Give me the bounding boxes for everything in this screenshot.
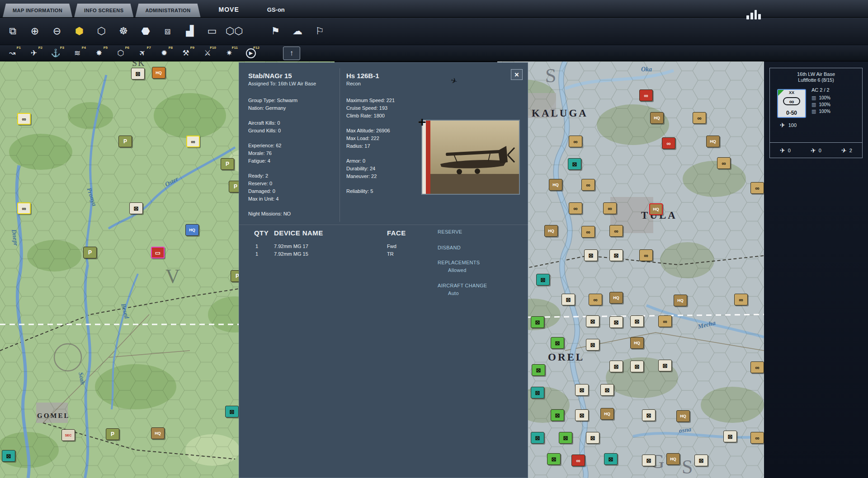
airbase-panel[interactable]: 16th LW Air Base Luftflotte 6 (8/15) XX … [769,68,863,158]
mode-label[interactable]: MOVE [219,6,239,13]
repair-icon[interactable]: ⚒F9 [177,47,194,60]
motorized-counter[interactable]: ∞ [603,202,617,214]
police-counter[interactable]: P [106,428,119,440]
flak-icon[interactable]: ✸F5 [90,47,108,60]
infantry-counter[interactable]: ⊠ [609,361,623,372]
red-armor-counter[interactable]: ∞ [662,137,675,149]
green-unit-counter[interactable]: ⊠ [559,432,572,444]
up-level-icon[interactable]: ↑ [283,47,300,60]
close-button[interactable]: ✕ [511,69,523,80]
police-counter[interactable]: P [83,247,97,258]
motorized-counter[interactable]: ∞ [569,202,582,214]
menu-tab-info-screens[interactable]: INFO SCREENS [74,4,133,17]
motorized-counter[interactable]: ∞ [569,136,582,147]
white-flag-icon[interactable]: ⚐ [311,22,329,41]
infantry-counter[interactable]: ⊠ [586,432,599,444]
infantry-counter[interactable]: ⊠ [586,339,599,351]
green-unit-counter[interactable]: ⊠ [547,453,561,465]
infantry-counter[interactable]: ⊠ [586,315,599,327]
flag-icon[interactable]: ⚑ [266,22,284,41]
motorized-counter[interactable]: ∞ [750,432,764,444]
device-row[interactable]: 17.92mm MG 15TR [254,250,396,258]
aircraft-change-action[interactable]: AIRCRAFT CHANGE [438,283,487,288]
hq-counter[interactable]: HQ [549,179,562,191]
motorized-counter[interactable]: ∞ [750,182,764,194]
green-unit-counter[interactable]: ⊠ [531,316,544,328]
teal-unit-counter[interactable]: ⊠ [604,453,618,465]
teal-unit-counter[interactable]: ⊠ [568,158,581,170]
column-chart-icon[interactable]: ▟ [181,22,199,41]
hq-counter-orange[interactable]: HQ [152,67,165,79]
infantry-counter[interactable]: ⊠ [658,360,672,371]
security-counter[interactable]: SEC [61,429,75,441]
motorized-counter[interactable]: ∞ [581,179,595,191]
air-recon-icon[interactable]: ✈F7 [134,47,151,60]
infantry-counter[interactable]: ⊠ [723,431,737,442]
frame-icon[interactable]: ▭ [203,22,221,41]
infantry-counter[interactable]: ⊠ [575,384,589,396]
motorized-counter[interactable]: ∞ [581,226,595,238]
hq-counter-alert[interactable]: HQ [649,203,663,215]
police-counter[interactable]: P [221,158,234,170]
hq-counter[interactable]: HQ [676,410,690,422]
selected-recon-counter[interactable]: ∞ [186,136,200,147]
infantry-counter[interactable]: ⊠ [642,409,656,421]
hq-counter[interactable]: HQ [630,337,644,349]
selected-red-counter[interactable]: ▭ [151,247,165,258]
ground-combat-icon[interactable]: ⚔F10 [199,47,216,60]
replacements-action[interactable]: REPLACEMENTS [438,260,480,265]
sea-transport-icon[interactable]: ≋F4 [69,47,86,60]
infantry-counter[interactable]: ⊠ [561,294,575,305]
air-directive-icon[interactable]: ↝F1 [4,47,21,60]
hex-pair-icon[interactable]: ⬡⬡ [225,22,243,41]
infantry-counter[interactable]: ⊠ [129,202,143,214]
green-unit-counter[interactable]: ⊠ [551,337,564,349]
menu-tab-map-information[interactable]: MAP INFORMATION [3,4,72,17]
motorized-counter[interactable]: ∞ [658,315,672,327]
airbase-counter[interactable]: XX ∞ 0-50 [777,89,806,118]
hq-counter[interactable]: HQ [666,453,680,465]
infantry-counter[interactable]: ⊠ [609,249,623,261]
hq-counter[interactable]: HQ [151,427,165,439]
hex-mode-icon[interactable]: ⬣ [137,22,155,41]
next-phase-icon[interactable]: ▶F12 [242,47,259,60]
gs-toggle[interactable]: GS-on [267,6,285,13]
teal-unit-counter[interactable]: ⊠ [531,387,544,398]
motorized-counter[interactable]: ∞ [693,112,706,124]
infantry-counter[interactable]: ⊠ [694,455,708,466]
motorized-counter[interactable]: ∞ [639,249,653,261]
hq-counter[interactable]: HQ [609,292,623,304]
motorized-counter[interactable]: ∞ [734,294,748,305]
infantry-counter[interactable]: ⊠ [609,316,623,328]
red-armor-counter[interactable]: ∞ [571,455,585,466]
hq-counter[interactable]: HQ [674,295,687,306]
teal-unit-counter[interactable]: ⊠ [2,450,15,462]
air-strike-icon[interactable]: ✷F11 [221,47,238,60]
green-unit-counter[interactable]: ⊠ [551,409,564,421]
commanders-report-icon[interactable] [745,7,762,21]
infantry-counter[interactable]: ⊠ [584,249,598,261]
motorized-counter[interactable]: ∞ [589,294,602,305]
green-unit-counter[interactable]: ⊠ [532,364,545,376]
teal-unit-counter[interactable]: ⊠ [225,406,239,417]
device-row[interactable]: 17.92mm MG 17Fwd [254,243,396,250]
hq-counter-blue[interactable]: HQ [185,224,199,236]
replacements-value[interactable]: Allowed [448,267,467,273]
infantry-counter[interactable]: ⊠ [630,315,644,327]
infantry-counter[interactable]: ⊠ [642,455,656,466]
motorized-counter[interactable]: ∞ [609,225,623,237]
naval-icon[interactable]: ⚓F3 [47,47,64,60]
terrain-icon[interactable]: ⬡F6 [112,47,129,60]
hq-counter[interactable]: HQ [544,225,558,237]
weather-icon[interactable]: ☁ [288,22,307,41]
selected-recon-counter[interactable]: ∞ [17,113,31,125]
infantry-counter[interactable]: ⊠ [575,409,589,421]
hex-select-icon[interactable]: ⬡ [92,22,110,41]
zoom-out-icon[interactable]: ⊖ [48,22,66,41]
selected-recon-counter[interactable]: ∞ [17,202,31,214]
motorized-counter[interactable]: ∞ [750,361,764,373]
reserve-action[interactable]: RESERVE [438,229,462,234]
red-armor-counter[interactable]: ∞ [639,89,653,101]
hq-counter[interactable]: HQ [600,408,614,420]
teal-unit-counter[interactable]: ⊠ [536,274,550,286]
